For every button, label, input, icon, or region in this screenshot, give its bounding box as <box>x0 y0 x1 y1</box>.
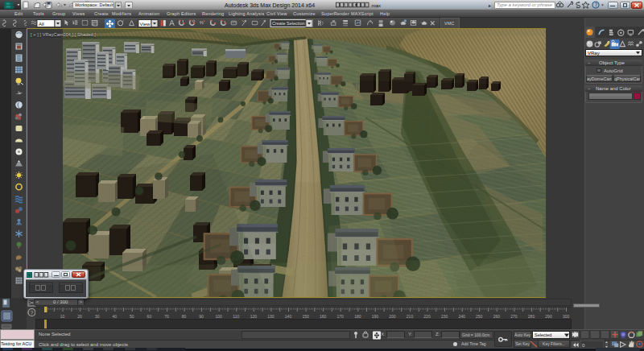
svg-text:40: 40 <box>113 314 118 319</box>
svg-text:110: 110 <box>233 314 239 319</box>
svg-text:220: 220 <box>423 314 431 319</box>
svg-text:100: 100 <box>216 314 223 319</box>
svg-text:90: 90 <box>199 314 204 319</box>
svg-text:140: 140 <box>285 314 292 319</box>
svg-text:?: ? <box>31 310 34 316</box>
svg-text:All: All <box>39 22 44 27</box>
svg-text:130: 130 <box>267 314 275 319</box>
svg-text:80: 80 <box>182 314 187 319</box>
svg-text:20: 20 <box>77 314 82 319</box>
svg-text:210: 210 <box>407 314 414 319</box>
svg-text:120: 120 <box>250 314 258 319</box>
svg-text:10: 10 <box>60 314 65 319</box>
svg-text:230: 230 <box>441 314 448 319</box>
svg-text:50: 50 <box>130 314 134 319</box>
svg-text:240: 240 <box>459 314 466 319</box>
svg-text:Create Selection Se: Create Selection Se <box>272 21 312 26</box>
svg-text:?: ? <box>594 2 597 7</box>
svg-text:160: 160 <box>320 314 327 319</box>
svg-text:270: 270 <box>510 314 518 319</box>
svg-text:60: 60 <box>147 314 152 319</box>
svg-text:290: 290 <box>545 314 552 319</box>
svg-text:180: 180 <box>354 314 361 319</box>
svg-text:260: 260 <box>493 314 501 319</box>
svg-text:.max: .max <box>370 3 381 8</box>
svg-text:30: 30 <box>95 314 100 319</box>
svg-text:170: 170 <box>337 314 345 319</box>
svg-text:%: % <box>200 20 204 25</box>
svg-text:70: 70 <box>164 314 169 319</box>
svg-text:View: View <box>140 22 151 27</box>
svg-text:190: 190 <box>372 314 379 319</box>
svg-text:250: 250 <box>476 314 483 319</box>
svg-text:150: 150 <box>302 314 309 319</box>
svg-text:300: 300 <box>563 314 570 319</box>
svg-text:200: 200 <box>389 314 396 319</box>
svg-text:280: 280 <box>528 314 535 319</box>
